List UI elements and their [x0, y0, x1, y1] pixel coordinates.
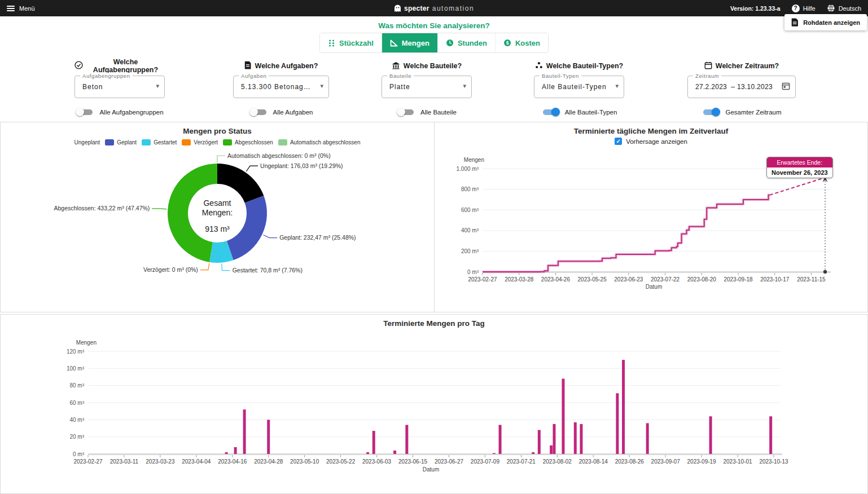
- svg-text:2023-08-20: 2023-08-20: [687, 276, 717, 283]
- language-button[interactable]: Deutsch: [827, 4, 861, 12]
- legend-item-geplant[interactable]: Geplant: [105, 139, 137, 145]
- line-chart-title: Terminierte tägliche Mengen im Zeitverla…: [435, 127, 867, 135]
- filter-aufgabengruppen: Welche Aufgabengruppen?AufgabengruppenBe…: [74, 61, 165, 116]
- alle-aufgabengruppen-toggle[interactable]: [76, 108, 94, 116]
- legend-item-ungeplant[interactable]: Ungeplant: [74, 139, 100, 145]
- alle-bauteile-toggle[interactable]: [397, 108, 415, 116]
- svg-text:60 m³: 60 m³: [69, 400, 84, 406]
- filter-aufgaben: Welche Aufgaben?Aufgaben5.13.300 Betonag…: [233, 61, 329, 116]
- types-icon: [535, 61, 543, 71]
- svg-text:Datum: Datum: [423, 466, 439, 473]
- zeitraum-select[interactable]: Zeitraum27.2.2023 – 13.10.2023: [687, 76, 796, 98]
- version-label: Version: 1.23.33-a: [730, 5, 781, 12]
- tab-stunden[interactable]: Stunden: [437, 33, 495, 52]
- task-icon: [244, 61, 252, 71]
- page-title: Was möchten Sie analysieren?: [0, 21, 868, 30]
- dollar-icon: $: [503, 39, 511, 47]
- pie-chart-title: Mengen pro Status: [1, 127, 434, 135]
- expected-end-tooltip: Erwartetes Ende: November 26, 2023: [766, 157, 833, 178]
- svg-text:2023-08-02: 2023-08-02: [543, 458, 572, 465]
- bauteil-typen-select[interactable]: Bauteil-TypenAlle Bauteil-Typen▾: [534, 76, 624, 98]
- svg-text:2023-03-23: 2023-03-23: [146, 458, 175, 465]
- svg-text:2023-09-07: 2023-09-07: [651, 458, 681, 465]
- svg-text:800 m³: 800 m³: [461, 186, 479, 192]
- svg-text:2023-04-04: 2023-04-04: [182, 458, 211, 465]
- svg-text:Gestartet: 70,8 m³ (7.76%): Gestartet: 70,8 m³ (7.76%): [233, 267, 303, 274]
- menu-label: Menü: [19, 5, 35, 12]
- bauteile-select[interactable]: BauteilePlatte▾: [382, 76, 472, 98]
- svg-text:2023-02-27: 2023-02-27: [73, 458, 103, 465]
- clock-icon: [446, 39, 454, 47]
- tab-stückzahl[interactable]: Stückzahl: [320, 33, 382, 52]
- svg-text:2023-07-09: 2023-07-09: [471, 458, 500, 465]
- question-mark-icon: ?: [792, 5, 800, 12]
- globe-icon: [827, 4, 835, 12]
- svg-text:80 m³: 80 m³: [69, 382, 84, 389]
- svg-text:Geplant: 232,47 m³ (25.48%): Geplant: 232,47 m³ (25.48%): [279, 234, 356, 241]
- chevron-down-icon: ▾: [463, 82, 466, 90]
- ghost-logo-icon: [394, 4, 401, 12]
- svg-text:2023-04-28: 2023-04-28: [254, 458, 283, 465]
- filter-question: Welche Aufgabengruppen?: [74, 61, 165, 71]
- legend-item-automatisch-abgeschlossen[interactable]: Automatisch abgeschlossen: [278, 139, 361, 145]
- svg-text:1.000 m³: 1.000 m³: [457, 166, 479, 172]
- raw-data-button[interactable]: Rohdaten anzeigen: [784, 14, 867, 30]
- svg-text:2023-08-26: 2023-08-26: [615, 458, 645, 465]
- calendar-small-icon: [782, 82, 790, 91]
- svg-text:2023-03-11: 2023-03-11: [110, 458, 139, 465]
- alle-aufgaben-toggle[interactable]: [249, 108, 268, 116]
- ruler-icon: [390, 39, 398, 47]
- brand-name-light: automation: [432, 5, 474, 12]
- alle-bauteil-typen-toggle[interactable]: [541, 108, 560, 116]
- svg-text:100 m³: 100 m³: [67, 365, 85, 372]
- forecast-checkbox-label: Vorhersage anzeigen: [626, 138, 687, 145]
- legend-item-gestartet[interactable]: Gestartet: [142, 139, 177, 145]
- legend-item-abgeschlossen[interactable]: Abgeschlossen: [223, 139, 273, 145]
- forecast-checkbox[interactable]: ✓: [615, 138, 622, 145]
- svg-text:2023-05-22: 2023-05-22: [326, 458, 356, 465]
- svg-text:2023-07-21: 2023-07-21: [507, 458, 536, 465]
- svg-text:Gesamt: Gesamt: [203, 199, 231, 208]
- chevron-down-icon: ▾: [156, 82, 159, 90]
- svg-text:120 m³: 120 m³: [67, 349, 85, 355]
- aufgabengruppen-select[interactable]: AufgabengruppenBeton▾: [74, 76, 165, 98]
- svg-text:2023-02-27: 2023-02-27: [468, 276, 497, 283]
- svg-text:2023-03-28: 2023-03-28: [505, 276, 534, 283]
- tab-mengen[interactable]: Mengen: [382, 33, 437, 52]
- svg-text:400 m³: 400 m³: [461, 227, 479, 233]
- app-bar: Menü specter automation Version: 1.23.33…: [0, 0, 868, 16]
- help-button[interactable]: ? Hilfe: [792, 5, 816, 12]
- svg-text:40 m³: 40 m³: [69, 417, 84, 423]
- svg-text:Ungeplant: 176,03 m³ (19.29%): Ungeplant: 176,03 m³ (19.29%): [260, 162, 343, 169]
- legend-item-verzögert[interactable]: Verzögert: [182, 139, 218, 145]
- tab-kosten[interactable]: $Kosten: [495, 33, 548, 52]
- building-icon: [392, 61, 400, 71]
- svg-text:600 m³: 600 m³: [461, 207, 479, 213]
- svg-text:0 m³: 0 m³: [73, 451, 85, 457]
- menu-button[interactable]: Menü: [7, 5, 35, 12]
- svg-text:20 m³: 20 m³: [69, 434, 84, 440]
- expected-end-header: Erwartetes Ende:: [767, 157, 832, 167]
- svg-text:Mengen:: Mengen:: [202, 208, 233, 217]
- filter-bauteile: Welche Bauteile?BauteilePlatte▾Alle Baut…: [382, 61, 472, 116]
- svg-text:Mengen: Mengen: [76, 339, 97, 346]
- document-icon: [791, 18, 799, 27]
- filter-zeitraum: Welcher Zeitraum?Zeitraum27.2.2023 – 13.…: [687, 61, 796, 116]
- toggle-label: Gesamter Zeitraum: [725, 109, 781, 116]
- aufgaben-select[interactable]: Aufgaben5.13.300 Betonag…▾: [233, 76, 329, 98]
- grid-icon: [328, 39, 335, 47]
- line-chart-canvas: 0 m³200 m³400 m³600 m³800 m³1.000 m³Meng…: [435, 122, 867, 312]
- filter-question: Welche Bauteile?: [382, 61, 472, 71]
- gesamter-zeitraum-toggle[interactable]: [702, 108, 720, 116]
- dashboard: Menü specter automation Version: 1.23.33…: [0, 0, 868, 494]
- svg-text:200 m³: 200 m³: [461, 248, 479, 254]
- panel-mengen-pro-tag: Terminierte Mengen pro Tag 0 m³20 m³40 m…: [0, 314, 868, 494]
- pie-legend: UngeplantGeplantGestartetVerzögertAbgesc…: [1, 139, 434, 145]
- svg-text:$: $: [506, 40, 509, 46]
- svg-text:2023-11-15: 2023-11-15: [797, 276, 826, 283]
- bar-chart-canvas: 0 m³20 m³40 m³60 m³80 m³100 m³120 m³Meng…: [1, 315, 867, 493]
- filter-question: Welche Aufgaben?: [233, 61, 329, 71]
- svg-text:2023-04-16: 2023-04-16: [218, 458, 247, 465]
- svg-text:Datum: Datum: [646, 284, 662, 290]
- chevron-down-icon: ▾: [615, 82, 619, 90]
